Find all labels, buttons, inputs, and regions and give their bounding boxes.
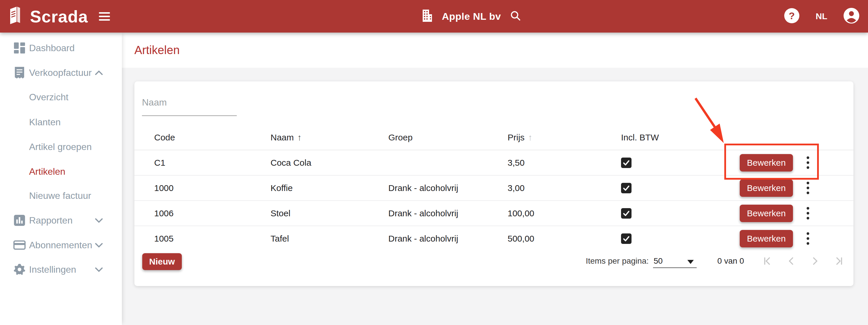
cell-row-menu: [806, 232, 854, 245]
chevron-up-icon: [95, 70, 103, 75]
items-per-page-select[interactable]: 50: [653, 255, 697, 268]
chevron-down-icon: [95, 267, 103, 272]
building-icon: [421, 9, 433, 24]
cell-action: Bewerken: [740, 205, 806, 222]
first-page-button[interactable]: [763, 253, 772, 269]
sidebar-item-nieuwe-factuur[interactable]: Nieuwe factuur: [0, 186, 122, 205]
svg-text:?: ?: [789, 10, 795, 21]
menu-icon[interactable]: [99, 12, 110, 21]
edit-button[interactable]: Bewerken: [740, 154, 793, 171]
row-menu-icon[interactable]: [807, 156, 809, 169]
sidebar-item-verkoopfactuur[interactable]: Verkoopfactuur: [0, 63, 122, 82]
sidebar-item-label: Abonnementen: [29, 240, 92, 251]
chevron-down-icon: [95, 218, 103, 223]
help-icon[interactable]: ?: [784, 8, 799, 25]
cell-code: 1006: [154, 208, 271, 218]
column-label: Code: [154, 133, 175, 142]
sidebar: Dashboard Verkoopfactuur Overzicht Klant…: [0, 33, 122, 325]
cell-action: Bewerken: [740, 230, 806, 248]
cell-naam: Stoel: [271, 208, 388, 218]
table-row: C1 Coca Cola 3,50 Bewerken: [134, 150, 854, 175]
sidebar-item-abonnementen[interactable]: Abonnementen: [0, 236, 122, 254]
sidebar-item-klanten[interactable]: Klanten: [0, 113, 122, 131]
cell-action: Bewerken: [740, 180, 806, 197]
cell-prijs: 3,00: [507, 183, 621, 193]
naam-filter-input[interactable]: [142, 95, 237, 116]
column-header-incl-btw[interactable]: Incl. BTW: [621, 133, 740, 142]
brand-name: Scrada: [30, 7, 88, 26]
pagination-controls: [763, 253, 843, 269]
cell-naam: Tafel: [271, 234, 388, 243]
incl-btw-checkbox[interactable]: [621, 233, 631, 244]
dashboard-icon: [13, 41, 26, 54]
topbar: Scrada Apple NL bv: [0, 0, 868, 33]
sidebar-item-label: Rapporten: [29, 215, 72, 226]
sidebar-item-label: Verkoopfactuur: [29, 67, 92, 78]
sidebar-item-rapporten[interactable]: Rapporten: [0, 211, 122, 230]
sidebar-item-label: Instellingen: [29, 264, 76, 275]
row-menu-icon[interactable]: [807, 232, 809, 245]
column-label: Groep: [388, 133, 412, 142]
incl-btw-checkbox[interactable]: [621, 208, 631, 219]
checkmark-icon: [622, 184, 630, 192]
cell-incl-btw: [621, 208, 740, 219]
cell-incl-btw: [621, 183, 740, 193]
incl-btw-checkbox[interactable]: [621, 183, 631, 193]
row-menu-icon[interactable]: [807, 182, 809, 194]
next-page-button[interactable]: [810, 253, 820, 269]
last-page-button[interactable]: [834, 253, 843, 269]
table-body: C1 Coca Cola 3,50 Bewerken: [134, 150, 854, 251]
sidebar-item-label: Nieuwe factuur: [29, 190, 91, 201]
checkmark-icon: [622, 159, 630, 167]
table-row: 1000 Koffie Drank - alcoholvrij 3,00 Bew…: [134, 175, 854, 201]
row-menu-icon[interactable]: [807, 207, 809, 220]
items-per-page-label: Items per pagina:: [586, 256, 649, 266]
sidebar-item-overzicht[interactable]: Overzicht: [0, 88, 122, 106]
cell-row-menu: [806, 156, 854, 169]
cell-naam: Coca Cola: [271, 158, 388, 168]
language-selector[interactable]: NL: [816, 11, 827, 21]
incl-btw-checkbox[interactable]: [621, 158, 631, 168]
table-row: 1005 Tafel Drank - alcoholvrij 500,00 Be…: [134, 226, 854, 251]
dropdown-arrow-icon: [687, 260, 694, 264]
page-title: Artikelen: [134, 33, 180, 68]
cell-prijs: 100,00: [507, 208, 621, 218]
column-header-code[interactable]: Code: [154, 133, 271, 142]
search-icon[interactable]: [509, 10, 521, 23]
column-label: Naam: [271, 133, 294, 142]
sidebar-item-dashboard[interactable]: Dashboard: [0, 39, 122, 57]
edit-button[interactable]: Bewerken: [740, 180, 793, 197]
cell-row-menu: [806, 182, 854, 194]
credit-card-icon: [13, 239, 26, 252]
title-band: Artikelen: [122, 33, 868, 68]
sort-asc-icon: ↑: [297, 133, 302, 142]
cell-code: 1000: [154, 183, 271, 193]
previous-page-button[interactable]: [786, 253, 796, 269]
articles-card: Code Naam ↑ Groep Prijs ↑ Incl. BTW: [134, 82, 854, 286]
column-header-prijs[interactable]: Prijs ↑: [507, 133, 621, 142]
table-header-row: Code Naam ↑ Groep Prijs ↑ Incl. BTW: [134, 125, 854, 150]
column-label: Incl. BTW: [621, 133, 659, 142]
sidebar-item-instellingen[interactable]: Instellingen: [0, 260, 122, 279]
main-content: Artikelen Code Naam ↑ Groep Prijs ↑: [122, 33, 868, 325]
company-name: Apple NL bv: [442, 11, 501, 22]
sidebar-item-artikel-groepen[interactable]: Artikel groepen: [0, 137, 122, 156]
sidebar-item-label: Overzicht: [29, 92, 68, 103]
cell-groep: Drank - alcoholvrij: [388, 208, 507, 218]
edit-button[interactable]: Bewerken: [740, 205, 793, 222]
bar-chart-icon: [13, 214, 26, 227]
account-icon[interactable]: [843, 8, 859, 25]
sort-asc-icon: ↑: [528, 133, 532, 142]
column-header-naam[interactable]: Naam ↑: [271, 133, 388, 142]
sidebar-item-artikelen[interactable]: Artikelen: [0, 162, 122, 181]
column-header-groep[interactable]: Groep: [388, 133, 507, 142]
invoice-icon: [13, 66, 26, 79]
sidebar-item-label: Artikel groepen: [29, 141, 92, 152]
company-switcher[interactable]: Apple NL bv: [421, 0, 521, 33]
items-per-page-value: 50: [654, 256, 663, 266]
sidebar-item-label: Artikelen: [29, 166, 65, 177]
cell-row-menu: [806, 207, 854, 220]
cell-incl-btw: [621, 233, 740, 244]
column-label: Prijs: [507, 133, 524, 142]
edit-button[interactable]: Bewerken: [740, 230, 793, 248]
